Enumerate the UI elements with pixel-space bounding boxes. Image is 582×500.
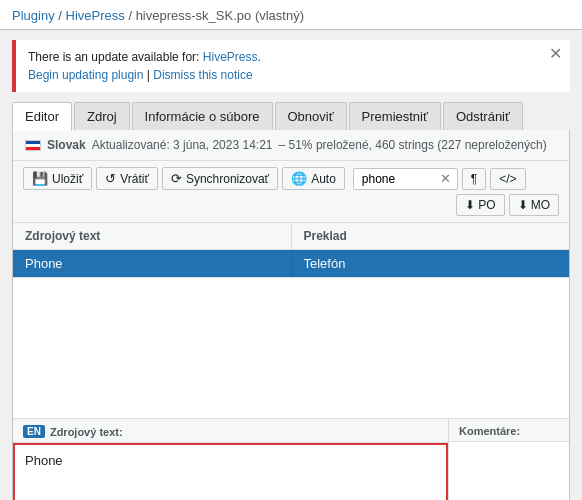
panel-right: Komentáre:: [449, 419, 569, 500]
breadcrumb-hivepress[interactable]: HivePress: [66, 8, 125, 23]
col-translation-header: Preklad: [292, 223, 570, 249]
breadcrumb-file: hivepress-sk_SK.po: [136, 8, 252, 23]
auto-button[interactable]: 🌐 Auto: [282, 167, 345, 190]
download-mo-icon: ⬇: [518, 198, 528, 212]
tab-obnovit[interactable]: Obnoviť: [275, 102, 347, 130]
main-content: Slovak Aktualizované: 3 júna, 2023 14:21…: [12, 130, 570, 500]
save-icon: 💾: [32, 171, 48, 186]
table-row[interactable]: Phone Telefón: [13, 250, 569, 278]
paragraph-button[interactable]: ¶: [462, 168, 486, 190]
sync-button[interactable]: ⟳ Synchronizovať: [162, 167, 278, 190]
meta-bar: Slovak Aktualizované: 3 júna, 2023 14:21…: [13, 130, 569, 161]
tabs-bar: Editor Zdroj Informácie o súbore Obnoviť…: [0, 102, 582, 130]
breadcrumb-plugins[interactable]: Pluginy: [12, 8, 55, 23]
notice-plugin-link[interactable]: HivePress: [203, 50, 258, 64]
tab-info[interactable]: Informácie o súbore: [132, 102, 273, 130]
slovak-flag-icon: [25, 140, 41, 151]
comments-panel: [449, 442, 569, 500]
tab-premiestit[interactable]: Premiestniť: [349, 102, 441, 130]
code-icon: </>: [499, 172, 516, 186]
source-label-text: Zdrojový text:: [50, 426, 123, 438]
download-icon: ⬇: [465, 198, 475, 212]
table-empty-area: [13, 278, 569, 418]
tab-zdroj[interactable]: Zdroj: [74, 102, 130, 130]
notice-dismiss-link[interactable]: Dismiss this notice: [153, 68, 252, 82]
save-button[interactable]: 💾 Uložiť: [23, 167, 92, 190]
panel-left: EN Zdrojový text: Phone Slovenčina prekl…: [13, 419, 449, 500]
search-clear-button[interactable]: ✕: [438, 172, 453, 185]
revert-button[interactable]: ↺ Vrátiť: [96, 167, 158, 190]
breadcrumb: Pluginy / HivePress / hivepress-sk_SK.po…: [12, 8, 570, 23]
tab-editor[interactable]: Editor: [12, 102, 72, 131]
download-mo-button[interactable]: ⬇ MO: [509, 194, 559, 216]
toolbar-right: ⬇ PO ⬇ MO: [456, 194, 559, 216]
notice-text: There is an update available for:: [28, 50, 199, 64]
auto-icon: 🌐: [291, 171, 307, 186]
update-notice: There is an update available for: HivePr…: [12, 40, 570, 92]
comments-label: Komentáre:: [449, 419, 569, 442]
search-input[interactable]: [358, 169, 438, 189]
download-po-button[interactable]: ⬇ PO: [456, 194, 504, 216]
notice-begin-link[interactable]: Begin updating plugin: [28, 68, 143, 82]
code-button[interactable]: </>: [490, 168, 525, 190]
table-header: Zdrojový text Preklad: [13, 223, 569, 250]
meta-updated: Aktualizované: 3 júna, 2023 14:21: [92, 138, 273, 152]
top-bar: Pluginy / HivePress / hivepress-sk_SK.po…: [0, 0, 582, 30]
meta-stats: – 51% preložené, 460 strings (227 neprel…: [279, 138, 547, 152]
breadcrumb-suffix: (vlastný): [255, 8, 304, 23]
comments-label-text: Komentáre:: [459, 425, 520, 437]
source-text-box: Phone: [13, 443, 448, 500]
tab-odstranit[interactable]: Odstrániť: [443, 102, 523, 130]
language-label: Slovak: [47, 138, 86, 152]
notice-dismiss-button[interactable]: ✕: [549, 46, 562, 62]
table-cell-source: Phone: [13, 250, 292, 277]
source-panel-label: EN Zdrojový text:: [13, 419, 448, 443]
toolbar: 💾 Uložiť ↺ Vrátiť ⟳ Synchronizovať 🌐 Aut…: [13, 161, 569, 223]
sync-icon: ⟳: [171, 171, 182, 186]
en-badge: EN: [23, 425, 45, 438]
revert-icon: ↺: [105, 171, 116, 186]
search-group: ✕: [353, 168, 458, 190]
col-source-header: Zdrojový text: [13, 223, 292, 249]
table-cell-translation: Telefón: [292, 250, 570, 277]
bottom-panels: EN Zdrojový text: Phone Slovenčina prekl…: [13, 418, 569, 500]
paragraph-icon: ¶: [471, 172, 477, 186]
